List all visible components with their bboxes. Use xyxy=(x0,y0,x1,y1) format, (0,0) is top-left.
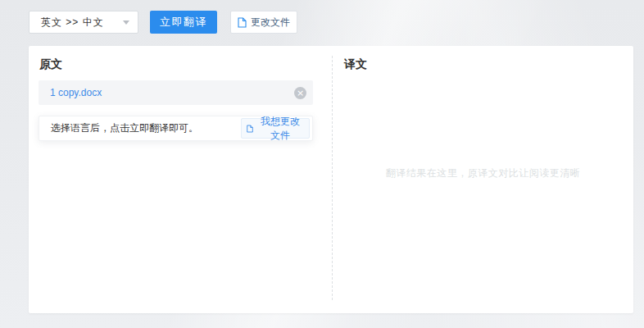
translation-placeholder: 翻译结果在这里，原译文对比让阅读更清晰 xyxy=(333,166,633,180)
remove-file-button[interactable]: × xyxy=(294,87,306,99)
file-icon xyxy=(247,124,253,134)
file-icon xyxy=(238,17,247,28)
inline-change-file-label: 我想更改文件 xyxy=(256,115,304,143)
change-file-label: 更改文件 xyxy=(251,16,290,30)
inline-change-file-button[interactable]: 我想更改文件 xyxy=(241,118,310,139)
chevron-down-icon xyxy=(123,20,129,25)
file-name-link[interactable]: 1 copy.docx xyxy=(39,87,294,98)
translation-panel: 原文 1 copy.docx × 选择语言后，点击立即翻译即可。 我想更改文件 … xyxy=(29,46,633,313)
language-direction-value: 英文 >> 中文 xyxy=(41,16,104,30)
uploaded-file-item: 1 copy.docx × xyxy=(39,80,313,105)
change-file-button[interactable]: 更改文件 xyxy=(230,11,297,34)
close-icon: × xyxy=(297,88,304,98)
translate-now-button[interactable]: 立即翻译 xyxy=(150,11,217,34)
target-panel-title: 译文 xyxy=(344,57,367,72)
language-direction-select[interactable]: 英文 >> 中文 xyxy=(29,11,138,34)
source-panel-title: 原文 xyxy=(39,57,62,72)
hint-bar: 选择语言后，点击立即翻译即可。 我想更改文件 xyxy=(39,116,313,141)
hint-text: 选择语言后，点击立即翻译即可。 xyxy=(39,121,241,135)
toolbar: 英文 >> 中文 立即翻译 更改文件 xyxy=(29,11,297,34)
